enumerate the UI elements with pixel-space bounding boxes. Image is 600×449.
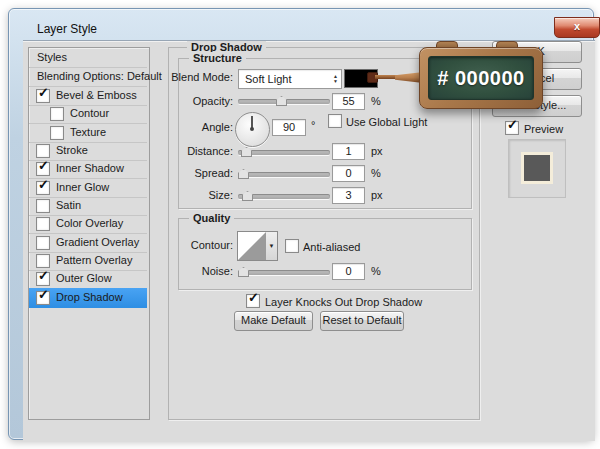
blend-mode-value: Soft Light <box>245 70 291 88</box>
check-icon: ✓ <box>38 269 49 282</box>
check-icon: ✓ <box>507 118 518 131</box>
styles-header[interactable]: Styles <box>29 48 147 68</box>
check-icon: ✓ <box>38 159 49 172</box>
sidebar-item-label: Stroke <box>56 141 88 160</box>
make-default-button[interactable]: Make Default <box>234 311 313 331</box>
blend-mode-select[interactable]: Soft Light ▲▼ <box>238 69 342 89</box>
size-unit: px <box>371 189 383 201</box>
sidebar-item-blending-options[interactable]: Blending Options: Default <box>29 67 147 87</box>
sidebar-item-outer-glow[interactable]: ✓ Outer Glow <box>29 269 147 289</box>
spread-slider[interactable] <box>238 172 330 177</box>
sidebar-item-label: Inner Glow <box>56 178 109 197</box>
spread-unit: % <box>371 167 381 179</box>
preview-label: Preview <box>524 123 563 135</box>
opacity-label: Opacity: <box>140 95 233 107</box>
angle-dial[interactable] <box>235 112 270 147</box>
size-input[interactable]: 3 <box>332 187 365 204</box>
sidebar-item-gradient-overlay[interactable]: Gradient Overlay <box>29 233 147 253</box>
pattern-overlay-checkbox[interactable] <box>36 254 50 268</box>
preview-layer-square <box>524 155 550 181</box>
sidebar-item-label: Bevel & Emboss <box>56 86 137 105</box>
quality-group-label: Quality <box>189 212 234 224</box>
size-label: Size: <box>140 189 233 201</box>
noise-unit: % <box>371 265 381 277</box>
spread-label: Spread: <box>140 167 233 179</box>
angle-hub <box>250 127 254 131</box>
preview-checkbox[interactable]: ✓ <box>505 121 519 135</box>
close-icon: x <box>574 20 580 32</box>
sidebar-item-color-overlay[interactable]: Color Overlay <box>29 214 147 234</box>
check-icon: ✓ <box>38 178 49 191</box>
sidebar-item-inner-shadow[interactable]: ✓ Inner Shadow <box>29 159 147 179</box>
reset-to-default-button[interactable]: Reset to Default <box>320 311 404 331</box>
sidebar-item-label: Gradient Overlay <box>56 233 139 252</box>
noise-label: Noise: <box>140 265 233 277</box>
sidebar-item-label: Pattern Overlay <box>56 251 132 270</box>
contour-picker[interactable] <box>237 231 267 261</box>
layer-knocks-out-checkbox[interactable]: ✓ <box>246 294 260 308</box>
combo-arrows-icon: ▲▼ <box>333 70 338 88</box>
sidebar-item-texture[interactable]: Texture <box>29 123 147 143</box>
sidebar-item-contour[interactable]: Contour <box>29 104 147 124</box>
spread-input[interactable]: 0 <box>332 165 365 182</box>
sidebar-item-bevel-emboss[interactable]: ✓ Bevel & Emboss <box>29 86 147 106</box>
noise-slider[interactable] <box>238 270 330 275</box>
sidebar-item-label: Drop Shadow <box>56 288 123 307</box>
contour-label: Contour: <box>140 239 233 251</box>
sidebar-item-satin[interactable]: Satin <box>29 196 147 216</box>
inner-shadow-checkbox[interactable]: ✓ <box>36 162 50 176</box>
styles-list: Styles Blending Options: Default ✓ Bevel… <box>28 47 150 420</box>
satin-checkbox[interactable] <box>36 199 50 213</box>
stroke-checkbox[interactable] <box>36 144 50 158</box>
structure-group-label: Structure <box>189 52 246 64</box>
gradient-overlay-checkbox[interactable] <box>36 236 50 250</box>
chalkboard: # 000000 <box>428 56 534 100</box>
anti-aliased-label: Anti-aliased <box>303 241 360 253</box>
check-icon: ✓ <box>248 291 259 304</box>
angle-input[interactable]: 90 <box>272 119 306 136</box>
styles-header-label: Styles <box>37 48 67 67</box>
pointer-shaft-icon <box>375 75 397 79</box>
angle-label: Angle: <box>140 121 233 133</box>
sidebar-item-label: Satin <box>56 196 81 215</box>
sidebar-item-label: Contour <box>70 104 109 123</box>
window-title: Layer Style <box>37 22 97 36</box>
opacity-input[interactable]: 55 <box>332 93 365 110</box>
sidebar-item-label: Color Overlay <box>56 214 123 233</box>
blend-mode-label: Blend Mode: <box>140 71 233 83</box>
drop-shadow-checkbox[interactable]: ✓ <box>36 291 50 305</box>
contour-dropdown-icon[interactable]: ▼ <box>266 231 278 261</box>
bevel-emboss-checkbox[interactable]: ✓ <box>36 89 50 103</box>
color-overlay-checkbox[interactable] <box>36 217 50 231</box>
use-global-light-checkbox[interactable] <box>328 114 342 128</box>
screenshot-root: Layer Style x Styles Blending Options: D… <box>0 0 600 449</box>
sidebar-item-label: Outer Glow <box>56 269 112 288</box>
sidebar-item-label: Texture <box>70 123 106 142</box>
opacity-unit: % <box>371 95 381 107</box>
close-button[interactable]: x <box>554 17 600 38</box>
sidebar-item-inner-glow[interactable]: ✓ Inner Glow <box>29 178 147 198</box>
sidebar-item-label: Inner Shadow <box>56 159 124 178</box>
chalkboard-frame: # 000000 <box>419 47 543 109</box>
check-icon: ✓ <box>38 288 49 301</box>
inner-glow-checkbox[interactable]: ✓ <box>36 181 50 195</box>
noise-input[interactable]: 0 <box>332 263 365 280</box>
anti-aliased-checkbox[interactable] <box>285 239 299 253</box>
outer-glow-checkbox[interactable]: ✓ <box>36 272 50 286</box>
quality-group: Quality <box>178 218 472 290</box>
sidebar-item-drop-shadow-selected[interactable]: ✓ Drop Shadow <box>29 288 147 308</box>
distance-label: Distance: <box>140 145 233 157</box>
texture-checkbox[interactable] <box>50 126 64 140</box>
style-preview-thumbnail <box>508 139 566 198</box>
distance-unit: px <box>371 145 383 157</box>
hex-color-callout: # 000000 <box>437 67 524 89</box>
layer-knocks-out-label: Layer Knocks Out Drop Shadow <box>265 296 422 308</box>
contour-checkbox[interactable] <box>50 107 64 121</box>
use-global-light-label: Use Global Light <box>346 116 427 128</box>
check-icon: ✓ <box>38 86 49 99</box>
angle-unit: ° <box>311 119 315 131</box>
preview-canvas <box>521 152 553 184</box>
distance-input[interactable]: 1 <box>332 143 365 160</box>
